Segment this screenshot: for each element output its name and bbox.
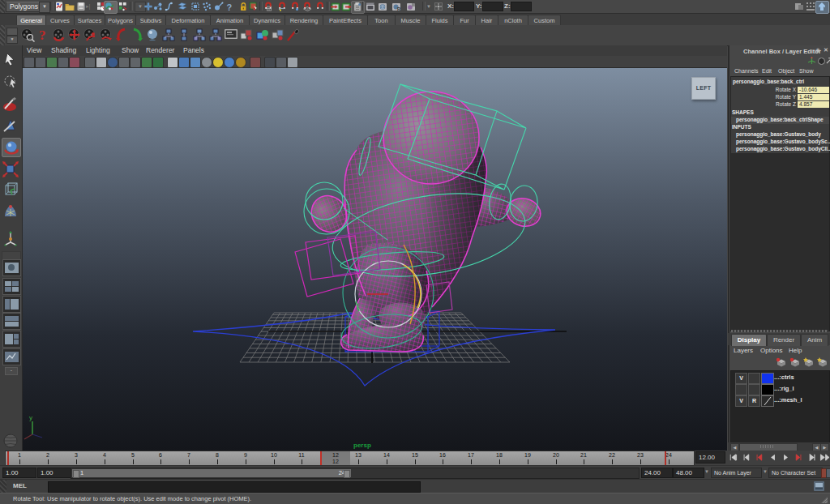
svg-text:?: ? <box>39 28 46 42</box>
svg-text:R: R <box>397 6 400 11</box>
svg-text:y: y <box>29 414 32 421</box>
svg-text:?: ? <box>227 2 233 12</box>
